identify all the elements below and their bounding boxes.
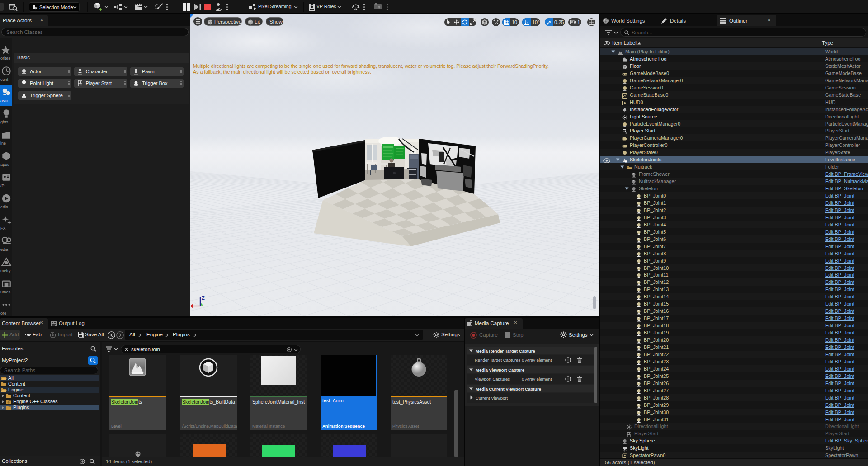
- svg-text:Z: Z: [202, 295, 205, 301]
- svg-text:y: y: [202, 303, 203, 306]
